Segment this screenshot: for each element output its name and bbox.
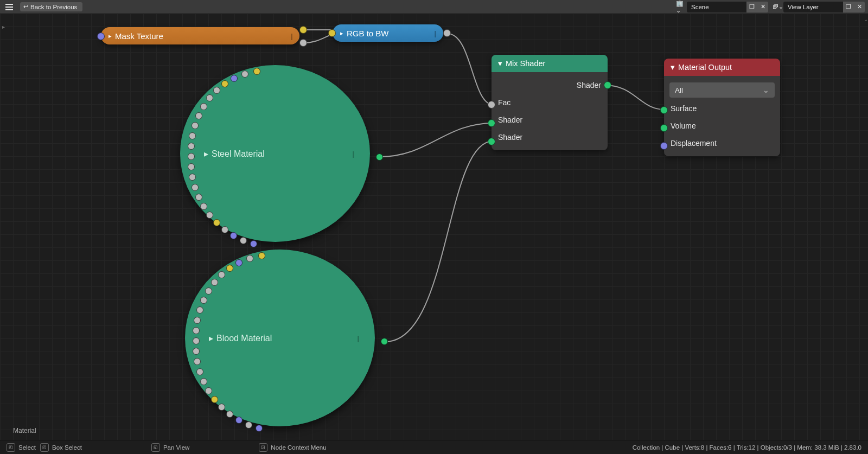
socket[interactable] [226,265,233,272]
hamburger-icon[interactable] [3,2,15,12]
input-row: Surface [664,100,780,117]
socket[interactable] [206,212,213,219]
grip-icon[interactable]: || [357,334,359,342]
socket[interactable] [200,203,207,210]
mouse-icon: ◱ [151,443,160,452]
socket-displacement-in[interactable] [660,142,668,150]
socket-shader-in[interactable] [488,138,495,145]
node-editor[interactable]: ↩ Back to Previous 🏢⌄ Scene ❐ ✕ 🗊⌄ View … [0,0,868,454]
socket[interactable] [192,184,199,191]
socket[interactable] [193,327,200,334]
socket[interactable] [250,240,257,247]
socket[interactable] [188,153,195,160]
grip-icon[interactable]: || [352,150,354,158]
socket[interactable] [235,417,242,424]
collapse-icon: ▾ [498,59,502,68]
collapse-icon: ▸ [209,333,213,343]
target-dropdown[interactable]: All⌄ [669,82,775,98]
output-row: Shader [492,76,608,94]
node-title: Steel Material [212,149,265,158]
socket[interactable] [245,421,252,429]
socket[interactable] [193,337,200,344]
input-row: Fac [492,94,608,111]
delete-layer-button[interactable]: ✕ [854,2,865,12]
node-header[interactable]: ▾ Material Output [664,59,780,76]
scene-browse-icon[interactable]: 🏢⌄ [676,2,687,12]
delete-scene-button[interactable]: ✕ [757,2,768,12]
socket[interactable] [258,252,265,259]
socket[interactable] [218,404,225,411]
socket[interactable] [256,425,263,432]
socket[interactable] [200,378,207,385]
layer-browse-icon[interactable]: 🗊⌄ [773,2,783,12]
socket[interactable] [211,396,218,403]
socket[interactable] [230,232,237,239]
layer-name-field[interactable]: View Layer [783,2,843,12]
socket[interactable] [221,80,228,87]
socket[interactable] [195,112,202,119]
collapse-right-icon[interactable]: ⌄ [864,16,868,22]
footer-bar: ◰Select ◰Box Select ◱Pan View ◲Node Cont… [0,440,868,454]
new-scene-button[interactable]: ❐ [746,2,757,12]
node-title: RGB to BW [347,29,389,38]
scene-name-field[interactable]: Scene [687,2,746,12]
socket[interactable] [213,87,220,94]
socket[interactable] [235,259,242,266]
socket[interactable] [188,163,195,170]
socket-shader-in[interactable] [488,119,495,127]
socket[interactable] [205,387,212,394]
socket-val-out[interactable] [443,29,451,37]
socket-shader-out[interactable] [604,81,611,89]
socket-vector-in[interactable] [97,33,105,40]
socket[interactable] [246,255,253,262]
socket[interactable] [218,271,225,278]
node-header[interactable]: ▾ Mix Shader [492,55,608,72]
socket[interactable] [226,411,233,418]
socket-color-out[interactable] [299,26,307,34]
mouse-icon: ◰ [40,443,49,452]
socket-volume-in[interactable] [660,124,668,132]
grip-icon[interactable]: || [290,32,292,40]
node-mask-texture[interactable]: ▸ Mask Texture || [101,27,299,44]
socket[interactable] [231,75,238,82]
socket-color-in[interactable] [328,29,336,37]
socket[interactable] [211,279,218,286]
socket[interactable] [189,174,196,181]
new-layer-button[interactable]: ❐ [843,2,854,12]
expand-left-icon[interactable]: ▸ [2,24,5,30]
socket[interactable] [241,71,248,78]
socket[interactable] [189,132,196,139]
socket-shader-out[interactable] [381,338,388,345]
socket[interactable] [205,287,212,295]
socket[interactable] [206,94,213,101]
socket[interactable] [200,103,207,110]
socket[interactable] [196,306,203,314]
hint-pan: ◱Pan View [151,443,189,452]
hint-select: ◰Select [7,443,36,452]
hint-context: ◲Node Context Menu [259,443,326,452]
socket[interactable] [240,237,247,244]
socket[interactable] [194,358,201,365]
node-mix-shader[interactable]: ▾ Mix Shader Shader Fac Shader Shader [492,55,608,150]
breadcrumb: Material [13,427,36,434]
socket-surface-in[interactable] [660,106,668,114]
back-icon: ↩ [23,3,28,10]
socket-shader-out[interactable] [376,154,383,161]
socket[interactable] [192,122,199,129]
node-rgb-to-bw[interactable]: ▸ RGB to BW || [333,24,443,42]
socket[interactable] [194,317,201,324]
socket[interactable] [253,68,260,75]
grip-icon[interactable]: || [434,29,436,37]
socket-alpha-out[interactable] [299,39,307,47]
node-material-output[interactable]: ▾ Material Output All⌄ Surface Volume Di… [664,59,780,156]
back-to-previous-button[interactable]: ↩ Back to Previous [20,2,83,12]
socket[interactable] [193,348,200,355]
socket[interactable] [200,297,207,304]
socket-fac-in[interactable] [488,101,495,108]
socket[interactable] [195,194,202,201]
socket[interactable] [188,143,195,150]
socket[interactable] [213,219,220,226]
node-title: Blood Material [216,333,272,343]
socket[interactable] [196,368,203,375]
socket[interactable] [221,226,228,233]
